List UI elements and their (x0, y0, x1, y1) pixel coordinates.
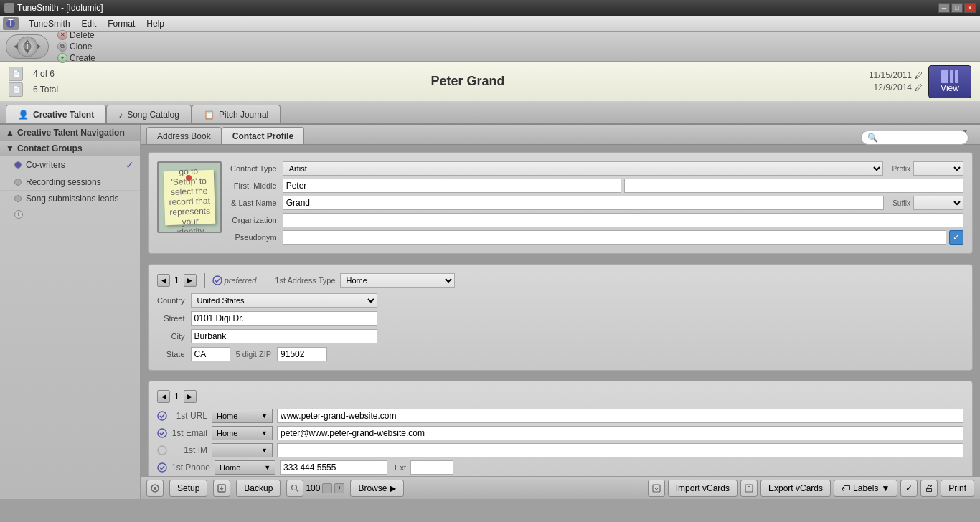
svg-marker-6 (37, 44, 41, 49)
pseudonym-checkbox[interactable]: ✓ (949, 230, 963, 245)
sidebar-item-add[interactable]: + (0, 207, 140, 222)
contact-type-select[interactable]: Artist (283, 161, 884, 176)
sidebar-section-creative-talent[interactable]: ▲ Creative Talent Navigation (0, 125, 140, 141)
suffix-select[interactable] (913, 196, 963, 210)
url-input[interactable] (277, 409, 963, 423)
tab-pitch-journal[interactable]: 📋 Pitch Journal (192, 105, 281, 123)
city-label: City (157, 332, 185, 341)
record-icon-2: 📄 (9, 82, 23, 97)
menu-tunesmith[interactable]: TuneSmith (23, 17, 76, 30)
pseudonym-input[interactable] (283, 230, 946, 245)
browse-button[interactable]: Browse ▶ (350, 480, 404, 497)
print-icon-btn[interactable]: 🖨 (920, 480, 938, 497)
photo-note: go to 'Setup' to select the record that … (164, 169, 216, 224)
im-input[interactable] (277, 443, 963, 457)
address-divider (204, 273, 205, 288)
search-input[interactable] (861, 130, 969, 145)
first-name-input[interactable] (283, 179, 622, 193)
import-button[interactable]: Import vCards (668, 480, 738, 497)
svg-line-22 (296, 489, 299, 492)
phone1-type-select[interactable]: Home ▼ (215, 460, 275, 475)
last-name-label: & Last Name (230, 199, 277, 207)
last-name-row: Suffix (283, 196, 963, 210)
menu-help[interactable]: Help (141, 17, 170, 30)
svg-point-13 (158, 412, 166, 420)
nav-control: i (6, 34, 49, 59)
last-name-input[interactable] (283, 196, 885, 210)
check-icon-btn[interactable]: ✓ (900, 480, 918, 497)
svg-rect-23 (653, 485, 660, 492)
svg-point-16 (158, 463, 166, 472)
address-prev-button[interactable]: ◀ (157, 274, 170, 287)
svg-rect-11 (955, 70, 958, 83)
tab-song-catalog[interactable]: ♪ Song Catalog (106, 105, 192, 123)
content-area: go to 'Setup' to select the record that … (141, 145, 980, 476)
creative-talent-icon: 👤 (18, 110, 29, 120)
backup-button[interactable]: Backup (236, 480, 281, 497)
email-type-select[interactable]: Home ▼ (212, 426, 273, 440)
view-button[interactable]: View (928, 65, 971, 98)
phone1-ext-input[interactable] (410, 460, 453, 475)
setup-icon-btn[interactable] (146, 480, 164, 497)
right-actions: Import vCards Export vCards 🏷 Labels ▼ ✓… (648, 480, 974, 497)
svg-rect-9 (941, 70, 948, 83)
setup-button[interactable]: Setup (169, 480, 207, 497)
import-icon[interactable] (648, 480, 665, 497)
im-label: 1st IM (171, 445, 207, 455)
details-prev-button[interactable]: ◀ (157, 390, 170, 403)
zip-input[interactable] (277, 347, 327, 361)
organization-label: Organization (230, 216, 277, 224)
pseudonym-row: ✓ (283, 230, 963, 245)
sidebar-item-song-submissions[interactable]: Song submissions leads (0, 191, 140, 207)
organization-input[interactable] (283, 213, 963, 227)
phone1-label: 1st Phone (171, 462, 210, 473)
record-dates: 11/15/2011 🖊 12/9/2014 🖊 (869, 70, 923, 92)
create-button[interactable]: + Create (57, 53, 95, 63)
record-name: Peter Grand (67, 74, 869, 89)
state-label: State (157, 350, 185, 359)
phone1-check-icon (157, 462, 167, 473)
full-layout: ▲ Creative Talent Navigation ▼ Contact G… (0, 125, 980, 499)
details-next-button[interactable]: ▶ (184, 390, 197, 403)
tab-address-book[interactable]: Address Book (146, 127, 222, 144)
labels-button[interactable]: 🏷 Labels ▼ (834, 480, 897, 497)
url-type-select[interactable]: Home ▼ (212, 409, 273, 423)
minimize-button[interactable]: ─ (938, 3, 950, 13)
address-type-label: 1st Address Type (275, 276, 335, 285)
backup-icon-btn[interactable] (213, 480, 230, 497)
sidebar-item-cowriters[interactable]: Co-writers ✓ (0, 156, 140, 174)
state-input[interactable] (191, 347, 230, 361)
export-button[interactable]: Export vCards (760, 480, 831, 497)
sidebar-group-contact-groups[interactable]: ▼ Contact Groups (0, 141, 140, 156)
export-icon[interactable] (740, 480, 758, 497)
address-card: ◀ 1 ▶ preferred 1st Address Type Home Co… (148, 264, 973, 371)
im-type-select[interactable]: ▼ (212, 443, 273, 457)
tab-creative-talent[interactable]: 👤 Creative Talent (6, 105, 106, 123)
print-button[interactable]: Print (941, 480, 974, 497)
prefix-select[interactable] (913, 161, 963, 176)
sidebar-item-recording-sessions[interactable]: Recording sessions (0, 174, 140, 191)
zoom-minus[interactable]: − (322, 483, 332, 493)
tab-contact-profile[interactable]: Contact Profile (222, 127, 304, 144)
close-button[interactable]: ✕ (964, 3, 976, 13)
record-total: 📄 6 Total (9, 82, 58, 97)
address-type-select[interactable]: Home (340, 273, 455, 288)
middle-name-input[interactable] (624, 179, 963, 193)
country-select[interactable]: United States (191, 293, 377, 308)
clone-button[interactable]: ⧉ Clone (57, 42, 95, 52)
first-middle-row (283, 179, 963, 193)
cowriters-check: ✓ (126, 159, 134, 171)
zoom-plus[interactable]: + (334, 483, 344, 493)
address-next-button[interactable]: ▶ (184, 274, 197, 287)
city-input[interactable] (191, 329, 377, 343)
organization-row (283, 213, 963, 227)
email-input[interactable] (277, 426, 963, 440)
url-label: 1st URL (171, 411, 207, 421)
record-count: 📄 4 of 6 (9, 67, 58, 81)
menu-edit[interactable]: Edit (76, 17, 103, 30)
menu-format[interactable]: Format (102, 17, 141, 30)
delete-button[interactable]: ✕ Delete (57, 30, 95, 40)
phone1-input[interactable] (280, 460, 387, 475)
maximize-button[interactable]: □ (951, 3, 963, 13)
street-input[interactable] (191, 311, 377, 326)
